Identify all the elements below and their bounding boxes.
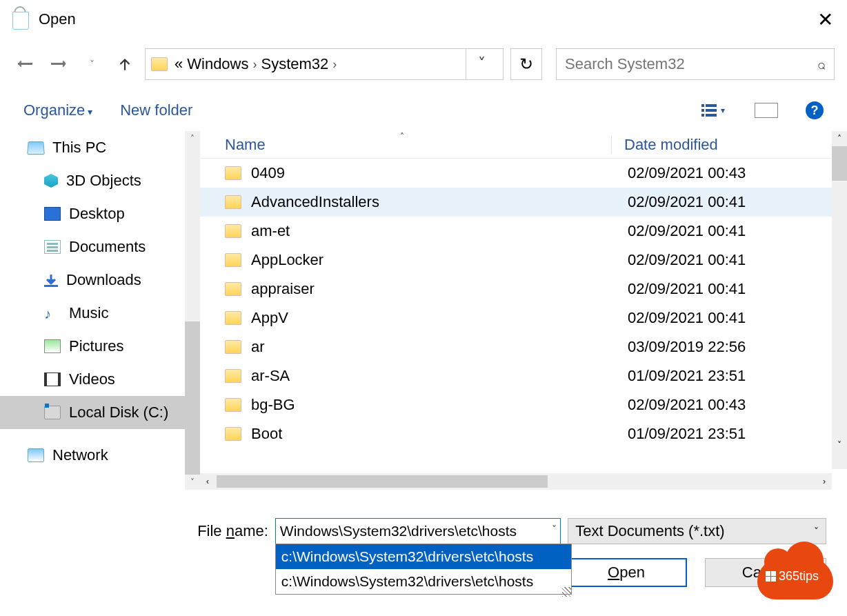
address-bar[interactable]: « Windows › System32 › ˅ [145,48,504,80]
file-row[interactable]: ar-SA01/09/2021 23:51 [200,361,847,390]
file-row[interactable]: AppLocker02/09/2021 00:41 [200,246,847,275]
documents-icon [44,240,61,254]
dropdown-option[interactable]: c:\Windows\System32\drivers\etc\hosts [276,569,571,594]
search-box[interactable]: ⌕ [556,48,835,80]
filename-combobox[interactable]: ˅ c:\Windows\System32\drivers\etc\hosts … [275,518,561,544]
file-row[interactable]: 040902/09/2021 00:43 [200,159,847,188]
column-header-date[interactable]: Date modified [611,136,718,154]
file-scrollbar[interactable]: ˄ ˅ [832,131,847,469]
app-icon [12,8,32,31]
file-date: 02/09/2021 00:41 [628,222,746,240]
music-icon: ♪ [44,306,61,320]
preview-pane-toggle[interactable] [755,103,778,118]
sidebar-item-pictures[interactable]: Pictures [0,330,200,363]
horizontal-scrollbar[interactable]: ‹ › [200,473,832,490]
open-button[interactable]: Open [566,558,687,587]
scroll-down-icon[interactable]: ˅ [185,475,200,490]
filename-label: File name: [182,522,268,540]
file-list: 040902/09/2021 00:43AdvancedInstallers02… [200,159,847,490]
file-name: appraiser [251,280,628,298]
folder-icon [225,166,241,180]
nav-recent-dropdown[interactable]: ˅ [79,51,105,77]
file-name: Boot [251,425,628,443]
view-options[interactable] [699,100,727,121]
file-name: bg-BG [251,396,628,414]
disk-icon [44,406,61,419]
file-date: 02/09/2021 00:43 [628,396,746,414]
file-date: 03/09/2019 22:56 [628,338,746,356]
sidebar-item-local-disk[interactable]: Local Disk (C:) [0,396,200,429]
chevron-right-icon[interactable]: › [253,57,257,72]
scroll-up-icon[interactable]: ˄ [832,131,847,146]
help-button[interactable]: ? [806,101,824,119]
close-button[interactable]: ✕ [810,8,840,31]
folder-icon [225,282,241,296]
scrollbar-thumb[interactable] [185,321,200,475]
pictures-icon [44,339,61,353]
filetype-combobox[interactable]: Text Documents (*.txt) ˅ [568,518,826,544]
scrollbar-thumb[interactable] [217,475,548,488]
search-icon[interactable]: ⌕ [817,57,826,72]
nav-back[interactable]: 🠔 [12,51,39,77]
chevron-right-icon[interactable]: › [332,57,337,72]
file-row[interactable]: Boot01/09/2021 23:51 [200,419,847,448]
sidebar-item-3d-objects[interactable]: 3D Objects [0,164,200,197]
svg-rect-0 [44,285,58,287]
sidebar-item-music[interactable]: ♪Music [0,297,200,330]
scroll-left-icon[interactable]: ‹ [200,477,215,486]
sidebar-item-documents[interactable]: Documents [0,230,200,264]
breadcrumb-item[interactable]: Windows [187,55,248,73]
file-date: 02/09/2021 00:41 [628,193,746,211]
pc-icon [27,141,45,155]
downloads-icon [44,273,58,287]
scroll-right-icon[interactable]: › [817,477,832,486]
file-row[interactable]: bg-BG02/09/2021 00:43 [200,390,847,419]
column-header-name[interactable]: Name˄ [200,136,611,154]
file-row[interactable]: appraiser02/09/2021 00:41 [200,275,847,304]
folder-icon [225,427,241,441]
desktop-icon [44,207,61,221]
new-folder-button[interactable]: New folder [120,101,192,119]
scroll-down-icon[interactable]: ˅ [832,437,847,453]
file-row[interactable]: AdvancedInstallers02/09/2021 00:41 [200,188,847,217]
chevron-down-icon[interactable]: ˅ [814,526,819,537]
folder-icon [225,195,241,209]
file-date: 02/09/2021 00:43 [628,164,746,182]
videos-icon [44,372,61,386]
sidebar-scrollbar[interactable]: ˄ ˅ [185,131,200,490]
breadcrumb-item[interactable]: System32 [261,55,329,73]
file-row[interactable]: AppV02/09/2021 00:41 [200,304,847,332]
file-name: am-et [251,222,628,240]
file-date: 01/09/2021 23:51 [628,425,746,443]
network-icon [28,448,44,462]
scrollbar-thumb[interactable] [832,146,847,181]
nav-up[interactable] [112,51,138,77]
folder-icon [225,340,241,354]
file-name: ar-SA [251,367,628,385]
3d-objects-icon [44,174,58,188]
refresh-button[interactable]: ↻ [510,48,542,80]
folder-icon [225,253,241,267]
resize-grip[interactable] [562,587,572,597]
address-dropdown[interactable]: ˅ [466,49,497,79]
search-input[interactable] [565,55,817,73]
filename-input[interactable] [275,518,561,544]
folder-icon [225,311,241,325]
dropdown-option[interactable]: c:\Windows\System32\drivers\etc\hosts [276,544,571,569]
sidebar-item-network[interactable]: Network [0,439,200,472]
sidebar-item-this-pc[interactable]: This PC [0,131,200,164]
nav-forward[interactable]: 🠖 [46,51,72,77]
folder-icon [151,57,168,71]
chevron-down-icon[interactable]: ˅ [552,524,557,535]
sidebar-item-downloads[interactable]: Downloads [0,264,200,297]
scroll-up-icon[interactable]: ˄ [185,131,200,146]
file-row[interactable]: am-et02/09/2021 00:41 [200,217,847,246]
sidebar-item-videos[interactable]: Videos [0,363,200,396]
file-date: 01/09/2021 23:51 [628,367,746,385]
folder-icon [225,398,241,412]
file-row[interactable]: ar03/09/2019 22:56 [200,332,847,361]
organize-menu[interactable]: Organize [23,101,92,119]
sidebar-item-desktop[interactable]: Desktop [0,197,200,230]
breadcrumb-ellipsis[interactable]: « [175,55,183,73]
folder-icon [225,369,241,383]
